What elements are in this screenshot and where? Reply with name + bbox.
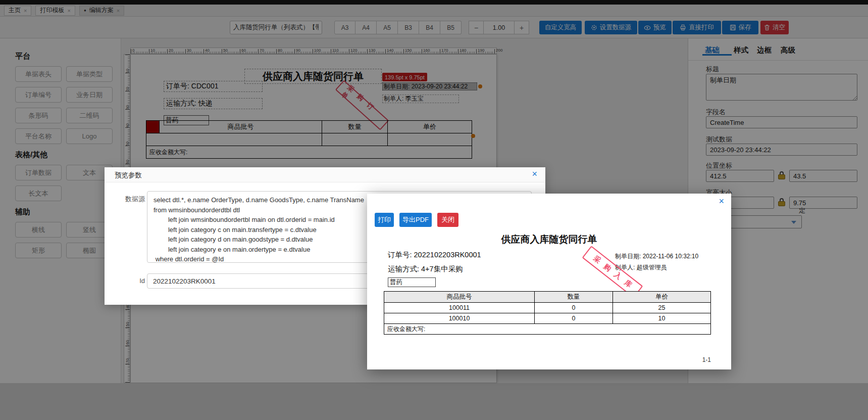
preview-order-no: 订单号: 2022102203RK0001 <box>388 250 481 260</box>
dialog-title: 预览参数 <box>115 171 142 180</box>
preview-table-cell: 0 <box>535 313 613 324</box>
preview-doc-title: 供应商入库随货同行单 <box>367 233 731 246</box>
preview-table-cell: 25 <box>613 303 711 313</box>
app-root: 主页×打印模板×●编辑方案× A3A4A5B3B4B5 − 1.00 + 自定义… <box>0 0 868 420</box>
dialog-header: 预览参数 × <box>105 167 545 182</box>
amount-words-cell: 应收金额大写: <box>384 324 711 335</box>
preview-table-cell: 0 <box>535 303 613 313</box>
print-button[interactable]: 打印 <box>375 213 394 227</box>
print-preview-dialog: × 打印 导出PDF 关闭 供应商入库随货同行单 订单号: 2022102203… <box>367 194 731 369</box>
preview-table-header: 商品批号 <box>384 292 535 303</box>
datasource-label: 数据源 <box>119 195 145 204</box>
close-button[interactable]: 关闭 <box>437 213 458 227</box>
preview-table-header: 单价 <box>613 292 711 303</box>
preview-table-header: 数量 <box>535 292 613 303</box>
close-icon[interactable]: × <box>719 197 724 206</box>
preview-table-cell: 10 <box>613 313 711 324</box>
page-indicator: 1-1 <box>702 356 711 363</box>
table-row: 100010010 <box>384 313 711 324</box>
preview-create-date: 制单日期: 2022-11-06 10:32:10 <box>615 252 698 261</box>
export-pdf-button[interactable]: 导出PDF <box>399 213 432 227</box>
id-label: Id <box>127 277 145 285</box>
preview-transport: 运输方式: 4+7集中采购 <box>388 264 463 274</box>
preview-table-cell: 100011 <box>384 303 535 313</box>
close-icon[interactable]: × <box>532 169 537 178</box>
preview-goods-type: 普药 <box>388 277 436 287</box>
preview-detail-table: 商品批号数量单价100011025100010010应收金额大写: <box>384 291 711 335</box>
preview-table-cell: 100010 <box>384 313 535 324</box>
table-row: 100011025 <box>384 303 711 313</box>
